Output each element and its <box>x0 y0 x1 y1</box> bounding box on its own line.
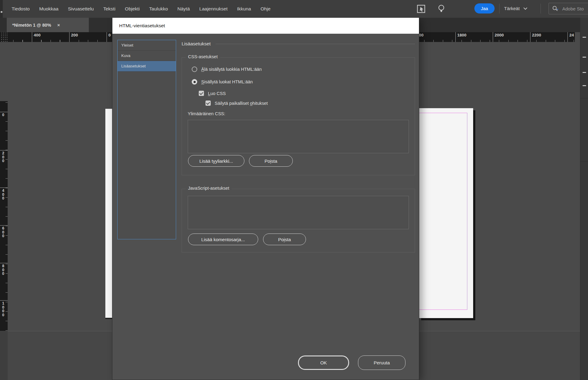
menu-objekti[interactable]: Objekti <box>125 6 140 12</box>
scripts-input[interactable] <box>188 196 409 229</box>
html-export-options-dialog: HTML-vientiasetukset Yleiset Kuva Lisäas… <box>112 18 419 380</box>
ruler-mark: 2000 <box>493 32 504 42</box>
ruler-mark: 1800 <box>455 32 466 42</box>
panel-header-title: Lisäasetukset <box>182 41 211 47</box>
app-icon-dot <box>1 11 2 13</box>
ruler-mark: 0 <box>0 112 8 117</box>
dock-panel-icon[interactable] <box>582 57 586 58</box>
section-item-yleiset[interactable]: Yleiset <box>118 40 176 51</box>
share-button-label: Jaa <box>481 6 488 11</box>
workspace-label: Tärkeät <box>504 6 520 11</box>
dock-panel-icon[interactable] <box>582 72 586 73</box>
menu-ikkuna[interactable]: Ikkuna <box>237 6 251 12</box>
remove-stylesheet-button[interactable]: Poista <box>249 155 293 167</box>
ruler-mark: 1 0 0 0 <box>0 300 8 317</box>
ruler-mark: 0 <box>107 32 111 42</box>
extra-css-label-row: Ylimääräinen CSS: <box>188 111 225 116</box>
vertical-ruler[interactable]: 02 0 04 0 06 0 08 0 01 0 0 0 <box>0 101 8 331</box>
radio-on-icon[interactable] <box>192 79 197 85</box>
workspace-switcher[interactable]: Tärkeät <box>504 3 527 13</box>
menu-ohje[interactable]: Ohje <box>261 6 271 12</box>
dialog-section-list: Yleiset Kuva Lisäasetukset <box>117 40 176 239</box>
cancel-button[interactable]: Peruuta <box>358 355 405 370</box>
toolbar-separator <box>499 4 499 13</box>
checkbox-local-overrides-label: Säilytä paikalliset ohitukset <box>215 101 268 106</box>
menu-nayta[interactable]: Näytä <box>177 6 190 12</box>
menu-muokkaa[interactable]: Muokkaa <box>39 6 58 12</box>
ruler-mark: 8 0 0 <box>0 263 8 276</box>
menu-laajennukset[interactable]: Laajennukset <box>199 6 228 12</box>
panel-header-rule <box>216 44 415 44</box>
section-item-lisaasetukset[interactable]: Lisäasetukset <box>118 61 176 71</box>
ruler-mark: 00 <box>419 32 424 42</box>
search-box[interactable]: Adobe Sto <box>548 3 588 14</box>
pasteboard-lower-left <box>0 331 8 380</box>
ruler-mark: 6 0 0 <box>0 225 8 238</box>
radio-include-classes[interactable]: Sisällytä luokat HTML:ään <box>192 79 253 85</box>
add-stylesheet-button[interactable]: Lisää tyyliarkki... <box>188 155 244 167</box>
application-window: Tiedosto Muokkaa Sivuasettelu Teksti Obj… <box>0 0 588 380</box>
ruler-mark: 2 0 0 <box>0 150 8 163</box>
checkbox-generate-css-label: Luo CSS <box>208 91 226 96</box>
dock-divider <box>580 98 588 98</box>
document-page-right[interactable] <box>419 108 473 318</box>
dock-divider <box>580 161 588 162</box>
checkbox-checked-icon[interactable] <box>199 91 204 96</box>
ruler-mark: 2200 <box>530 32 541 42</box>
tab-close-icon[interactable]: × <box>57 22 60 28</box>
menu-taulukko[interactable]: Taulukko <box>149 6 168 12</box>
menu-items: Tiedosto Muokkaa Sivuasettelu Teksti Obj… <box>12 0 270 18</box>
remove-script-button[interactable]: Poista <box>263 234 306 245</box>
document-page-left[interactable] <box>105 109 113 318</box>
ruler-mark: 4 0 0 <box>0 188 8 200</box>
ruler-mark: 400 <box>32 32 41 42</box>
margin-guide-top <box>419 113 467 113</box>
dock-panel-icon[interactable] <box>582 37 586 38</box>
css-options-group: CSS-asetukset Älä sisällytä luokkia HTML… <box>182 57 415 175</box>
checkbox-checked-icon[interactable] <box>205 101 211 106</box>
document-tab[interactable]: *Nimetön 1 @ 80% × <box>7 18 89 32</box>
panel-dock[interactable] <box>580 18 588 380</box>
css-group-legend: CSS-asetukset <box>186 54 220 59</box>
learn-lightbulb-icon[interactable] <box>436 4 447 14</box>
javascript-options-group: JavaScript-asetukset Lisää komentosarja.… <box>182 189 415 253</box>
dialog-content-panel: Lisäasetukset CSS-asetukset Älä sisällyt… <box>182 40 415 380</box>
radio-exclude-classes[interactable]: Älä sisällytä luokkia HTML:ään <box>192 66 262 72</box>
document-tab-title: *Nimetön 1 @ 80% <box>12 23 51 28</box>
checkbox-generate-css[interactable]: Luo CSS <box>199 91 226 96</box>
extra-css-label: Ylimääräinen CSS: <box>188 111 225 116</box>
radio-exclude-classes-label: Älä sisällytä luokkia HTML:ään <box>201 67 262 72</box>
menu-teksti[interactable]: Teksti <box>103 6 115 12</box>
add-script-button[interactable]: Lisää komentosarja... <box>188 234 258 245</box>
search-placeholder: Adobe Sto <box>562 6 584 11</box>
ok-button[interactable]: OK <box>298 355 349 370</box>
ruler-origin-box[interactable] <box>0 32 8 42</box>
toolbar-separator <box>541 4 541 13</box>
menu-tiedosto[interactable]: Tiedosto <box>12 6 30 12</box>
panel-header: Lisäasetukset <box>182 40 415 48</box>
share-button[interactable]: Jaa <box>474 3 495 13</box>
extra-css-input[interactable] <box>188 120 409 153</box>
app-icon <box>0 0 3 18</box>
ruler-mark: 24 <box>567 32 574 42</box>
radio-off-icon[interactable] <box>192 66 197 72</box>
touch-workspace-icon[interactable] <box>416 4 426 14</box>
dock-panel-icon[interactable] <box>582 85 586 86</box>
ruler-mark: 200 <box>69 32 78 42</box>
js-group-legend: JavaScript-asetukset <box>186 186 232 191</box>
margin-guide-bottom <box>419 310 467 310</box>
chevron-down-icon <box>523 7 527 10</box>
checkbox-local-overrides[interactable]: Säilytä paikalliset ohitukset <box>205 101 268 106</box>
search-icon <box>552 5 559 12</box>
section-item-kuva[interactable]: Kuva <box>118 51 176 61</box>
dialog-title-bar[interactable]: HTML-vientiasetukset <box>112 18 419 34</box>
menu-bar: Tiedosto Muokkaa Sivuasettelu Teksti Obj… <box>0 0 588 18</box>
margin-guide-right <box>467 113 467 310</box>
radio-include-classes-label: Sisällytä luokat HTML:ään <box>201 79 253 84</box>
menu-sivuasettelu[interactable]: Sivuasettelu <box>68 6 94 12</box>
dialog-title: HTML-vientiasetukset <box>119 23 165 28</box>
